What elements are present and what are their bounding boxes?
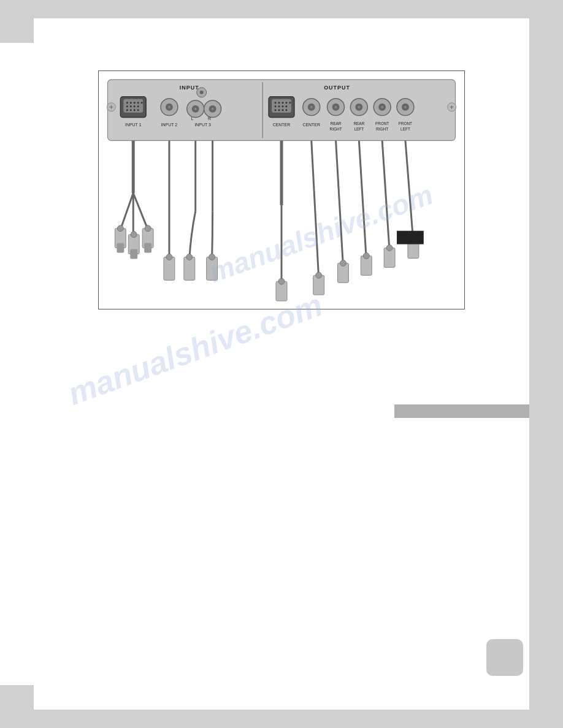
svg-line-82 [120, 193, 133, 230]
svg-point-46 [275, 109, 277, 111]
svg-point-41 [289, 102, 291, 104]
bottom-band-white [34, 685, 529, 710]
svg-line-110 [336, 140, 343, 266]
svg-point-38 [278, 102, 280, 104]
svg-text:R: R [208, 116, 211, 121]
svg-point-45 [285, 105, 287, 107]
svg-point-47 [278, 109, 280, 111]
svg-point-86 [117, 226, 123, 232]
svg-rect-90 [130, 249, 137, 259]
svg-point-43 [278, 105, 280, 107]
svg-text:FRONT: FRONT [399, 121, 412, 126]
svg-text:CENTER: CENTER [302, 123, 320, 127]
svg-text:CENTER: CENTER [273, 123, 291, 127]
svg-point-44 [282, 105, 283, 107]
svg-line-84 [133, 193, 148, 230]
svg-rect-98 [184, 257, 195, 280]
svg-point-72 [404, 106, 407, 108]
svg-point-92 [145, 226, 151, 232]
svg-text:RIGHT: RIGHT [330, 127, 342, 131]
svg-point-53 [310, 106, 313, 108]
svg-point-7 [130, 102, 132, 104]
svg-rect-87 [117, 243, 124, 253]
diagram-svg: INPUT OUTPUT INPUT 1 INPUT 2 [99, 71, 464, 309]
svg-point-15 [126, 109, 128, 111]
svg-point-99 [186, 254, 193, 260]
svg-point-96 [166, 254, 172, 260]
svg-text:LEFT: LEFT [400, 127, 410, 131]
svg-text:FRONT: FRONT [375, 121, 389, 126]
svg-point-42 [275, 105, 277, 107]
bottom-right-box [486, 639, 523, 676]
svg-point-25 [200, 91, 204, 94]
svg-point-40 [285, 102, 287, 104]
svg-point-8 [134, 102, 136, 104]
svg-point-13 [134, 105, 136, 107]
svg-text:L: L [191, 116, 194, 121]
svg-point-89 [131, 232, 137, 238]
svg-text:RIGHT: RIGHT [376, 127, 388, 131]
svg-point-106 [278, 278, 285, 284]
top-band-white [34, 18, 529, 43]
diagram-box: INPUT OUTPUT INPUT 1 INPUT 2 [98, 70, 465, 309]
svg-line-113 [359, 140, 366, 259]
svg-point-37 [275, 102, 277, 104]
svg-text:INPUT 1: INPUT 1 [125, 123, 142, 127]
svg-point-12 [130, 105, 132, 107]
svg-point-57 [335, 106, 337, 108]
bottom-band [0, 685, 563, 728]
right-band [529, 0, 563, 728]
svg-line-107 [312, 140, 319, 278]
svg-point-14 [137, 105, 139, 107]
svg-point-16 [130, 109, 132, 111]
svg-point-18 [137, 109, 139, 111]
svg-rect-93 [144, 243, 151, 253]
svg-point-11 [126, 105, 128, 107]
svg-point-109 [316, 272, 322, 278]
svg-point-10 [141, 102, 143, 104]
svg-text:INPUT 2: INPUT 2 [161, 123, 178, 127]
svg-point-39 [282, 102, 283, 104]
top-band [0, 0, 563, 43]
svg-point-31 [212, 108, 214, 110]
svg-point-67 [381, 106, 383, 108]
svg-rect-122 [397, 231, 424, 245]
gray-bar [394, 404, 529, 418]
svg-point-28 [194, 108, 197, 110]
svg-point-49 [285, 109, 287, 111]
svg-point-6 [126, 102, 128, 104]
svg-text:INPUT 3: INPUT 3 [194, 123, 211, 127]
svg-point-17 [134, 109, 136, 111]
svg-point-62 [358, 106, 360, 108]
svg-text:LEFT: LEFT [354, 127, 364, 131]
svg-point-112 [340, 260, 347, 266]
svg-text:OUTPUT: OUTPUT [324, 85, 350, 91]
svg-rect-95 [164, 257, 175, 280]
svg-point-22 [168, 106, 170, 108]
svg-text:REAR: REAR [331, 121, 342, 126]
svg-text:REAR: REAR [353, 121, 364, 126]
svg-point-48 [282, 109, 283, 111]
svg-point-9 [137, 102, 139, 104]
svg-point-118 [386, 245, 393, 251]
svg-text:INPUT: INPUT [180, 85, 199, 91]
svg-point-115 [363, 252, 369, 259]
